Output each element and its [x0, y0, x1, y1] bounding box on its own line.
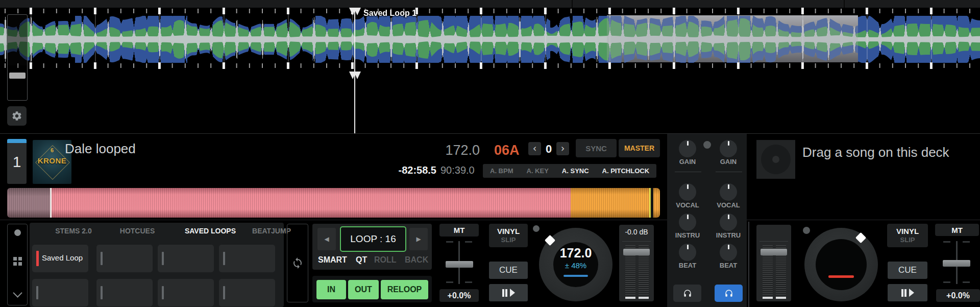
deck2-divider	[748, 222, 749, 307]
beat-knob-ch1[interactable]	[679, 244, 696, 261]
mt-toggle[interactable]: MT	[439, 224, 479, 237]
volume-fader-handle[interactable]	[761, 249, 787, 255]
tab-beatjump[interactable]: BEATJUMP	[252, 227, 291, 235]
volume-fader-handle[interactable]	[623, 249, 650, 255]
waveform-canvas[interactable]	[0, 8, 980, 133]
loop-double-button[interactable]: ▶	[409, 228, 428, 250]
pads-grid-icon[interactable]	[13, 257, 22, 266]
instru-knob-ch2[interactable]	[720, 214, 737, 231]
jog-led	[803, 227, 810, 234]
tab-stems[interactable]: STEMS 2.0	[55, 227, 92, 235]
volume-track-cap	[625, 297, 635, 299]
vinyl-label: VINYL	[896, 227, 919, 237]
pause-play-button-deck2[interactable]	[888, 284, 927, 301]
pad-empty[interactable]	[96, 245, 153, 272]
loop-mode-back[interactable]: BACK	[405, 255, 428, 265]
gain-knob-ch1[interactable]	[679, 140, 696, 157]
loop-mode-qt[interactable]: QT	[356, 255, 367, 265]
vocal-knob-ch1[interactable]	[679, 183, 696, 201]
pad-empty[interactable]	[158, 245, 214, 272]
auto-key-button[interactable]: A. KEY	[527, 167, 549, 175]
pad-empty[interactable]	[219, 245, 275, 272]
controls-divider	[0, 220, 667, 220]
tab-hotcues[interactable]: HOTCUES	[120, 227, 155, 235]
instru-knob-ch1[interactable]	[679, 214, 696, 231]
pad-empty[interactable]	[158, 279, 214, 306]
reloop-button[interactable]: RELOOP	[381, 280, 428, 299]
pitch-fader-handle[interactable]	[446, 261, 473, 268]
settings-button[interactable]	[7, 106, 27, 126]
loop-start-marker[interactable]	[349, 8, 361, 15]
key-shift-down-button[interactable]: ‹	[528, 142, 541, 155]
gain-label: GAIN	[713, 158, 744, 166]
chevron-right-icon: ›	[561, 143, 565, 154]
record-icon[interactable]	[14, 229, 21, 236]
key-shift-up-button[interactable]: ›	[556, 142, 569, 155]
cue-button-deck2[interactable]: CUE	[888, 262, 927, 279]
loop-start-marker-lower[interactable]	[349, 72, 361, 79]
loop-panel: ◀ LOOP : 16 ▶ SMART QT ROLL BACK	[312, 224, 432, 270]
pad-saved-loop-1[interactable]: Saved Loop	[32, 245, 88, 272]
jog-led	[533, 225, 540, 232]
tab-saved-loops[interactable]: SAVED LOOPS	[185, 227, 236, 235]
loop-in-button[interactable]: IN	[316, 280, 346, 299]
cue-button[interactable]: CUE	[489, 262, 528, 279]
pad-empty[interactable]	[219, 279, 275, 306]
loop-mode-roll[interactable]: ROLL	[374, 255, 397, 265]
beat-label: BEAT	[713, 262, 744, 269]
level-readout: -0.0 dB	[619, 228, 654, 236]
vinyl-slip-button[interactable]: VINYL SLIP	[489, 224, 528, 247]
headphone-cue-ch2[interactable]	[715, 285, 743, 302]
instru-label: INSTRU	[672, 231, 703, 239]
time-total: 90:39.0	[440, 164, 475, 176]
loop-halve-button[interactable]: ◀	[317, 228, 336, 250]
mixer-panel: GAIN GAIN VOCAL VOCAL INSTRU INSTRU BEAT…	[667, 134, 747, 307]
master-button[interactable]: MASTER	[619, 139, 660, 157]
loop-mode-smart[interactable]: SMART	[318, 255, 347, 265]
sync-button[interactable]: SYNC	[576, 139, 617, 157]
gain-knob-ch2[interactable]	[720, 140, 737, 157]
jog-pitch-range: ± 48%	[550, 261, 601, 270]
loop-sync-icon[interactable]	[291, 257, 304, 269]
pad-marker	[36, 251, 39, 266]
jog-empty-indicator	[828, 275, 854, 278]
triangle-right-icon: ▶	[416, 235, 421, 243]
pitch-fader-handle-deck2[interactable]	[943, 260, 970, 267]
auto-sync-button[interactable]: A. SYNC	[562, 167, 589, 175]
top-toolbar	[0, 0, 980, 8]
playhead-line	[354, 8, 355, 133]
vinyl-slip-button-deck2[interactable]: VINYL SLIP	[887, 224, 928, 247]
auto-pitchlock-button[interactable]: A. PITCHLOCK	[602, 167, 649, 175]
pitch-tick	[446, 281, 453, 283]
pitch-tick	[963, 241, 970, 243]
waveform-zoom-slider[interactable]	[7, 14, 28, 101]
pause-play-button[interactable]	[489, 284, 528, 301]
chevron-down-icon[interactable]	[13, 288, 22, 297]
jog-bpm: 172.0	[550, 246, 601, 261]
dj-app: Saved Loop 1 1 6 KRONE Dale looped 172.0…	[0, 0, 980, 307]
bpm-readout: 172.0	[424, 143, 480, 158]
pad-marker	[162, 252, 164, 265]
jog-wheel-center-deck2[interactable]	[816, 239, 867, 290]
pitch-tick	[943, 241, 950, 243]
pad-empty[interactable]	[96, 279, 153, 306]
vocal-knob-ch2[interactable]	[720, 183, 737, 201]
loop-out-button[interactable]: OUT	[348, 280, 379, 299]
mt-toggle-deck2[interactable]: MT	[935, 224, 979, 236]
headphones-icon	[724, 289, 733, 298]
pad-empty[interactable]	[32, 279, 88, 306]
deck-number: 1	[7, 143, 27, 181]
loop-inout-panel: IN OUT RELOOP	[312, 276, 432, 302]
zoom-slider-handle[interactable]	[9, 73, 26, 79]
track-overview-strip[interactable]	[7, 188, 660, 218]
pitch-tick	[963, 281, 970, 283]
fader-divider	[760, 241, 788, 242]
auto-bpm-button[interactable]: A. BPM	[490, 167, 513, 175]
section-divider	[0, 133, 980, 134]
loop-length-display[interactable]: LOOP : 16	[340, 226, 406, 252]
beat-knob-ch2[interactable]	[720, 244, 737, 261]
vinyl-record-center	[772, 156, 779, 163]
headphone-cue-ch1[interactable]	[673, 285, 701, 302]
toolbar-divider	[572, 0, 573, 8]
slip-label: SLIP	[900, 236, 915, 244]
